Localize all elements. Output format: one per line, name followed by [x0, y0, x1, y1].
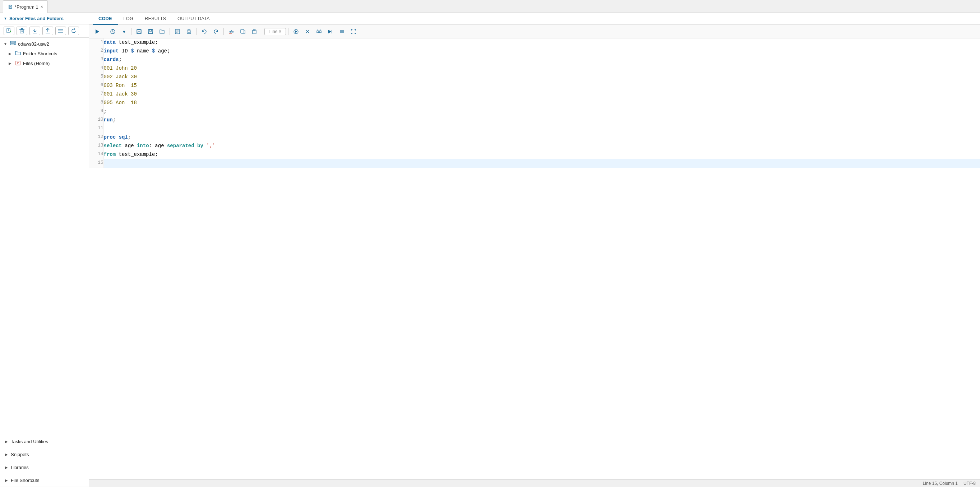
refresh-button[interactable]: [68, 27, 79, 35]
list-view-button[interactable]: [55, 27, 66, 35]
tab-icon: 🖹: [8, 4, 13, 10]
toolbar-sep-1: [105, 28, 105, 35]
step-button[interactable]: [325, 27, 336, 37]
run-selected-button[interactable]: [291, 27, 301, 37]
new-file-button[interactable]: [3, 27, 14, 35]
download-icon: [32, 28, 38, 34]
cursor-position: Line 15, Column 1: [923, 481, 958, 486]
folder-shortcuts-label: Folder Shortcuts: [23, 51, 57, 56]
line-number: 1: [89, 38, 103, 47]
line-number: 9: [89, 107, 103, 116]
svg-rect-29: [148, 29, 153, 34]
download-button[interactable]: [29, 27, 40, 35]
paste-button[interactable]: [249, 27, 260, 37]
upload-button[interactable]: [42, 27, 53, 35]
upload-icon: [45, 28, 51, 34]
line-content[interactable]: data test_example;: [103, 38, 980, 47]
line-number-input[interactable]: [264, 28, 286, 35]
sidebar-section-libraries[interactable]: ▶ Libraries: [0, 461, 89, 474]
svg-rect-43: [241, 29, 244, 33]
svg-rect-50: [317, 31, 319, 33]
tab-close-button[interactable]: ×: [41, 4, 43, 10]
delete-button[interactable]: [16, 27, 27, 35]
new-icon: [6, 28, 12, 34]
print-button[interactable]: [184, 27, 194, 37]
server-label: odaws02-usw2: [18, 41, 49, 47]
line-content[interactable]: from test_example;: [103, 151, 980, 159]
line-content[interactable]: select age into: age separated by ',': [103, 142, 980, 151]
run-button[interactable]: [92, 27, 103, 37]
file-shortcuts-arrow: ▶: [5, 478, 8, 482]
fullscreen-button[interactable]: [348, 27, 359, 37]
sidebar-header[interactable]: ▼ Server Files and Folders: [0, 13, 89, 24]
list-icon: [58, 28, 64, 34]
clear-log-button[interactable]: [172, 27, 183, 37]
code-line-13: 13select age into: age separated by ',': [89, 142, 980, 151]
line-content[interactable]: ;: [103, 107, 980, 116]
svg-rect-27: [138, 29, 140, 31]
svg-text:+: +: [151, 29, 152, 31]
line-content[interactable]: [103, 125, 980, 133]
svg-point-19: [14, 41, 15, 42]
save-as-button[interactable]: +: [145, 27, 156, 37]
line-number: 12: [89, 133, 103, 142]
sidebar-section-file-shortcuts[interactable]: ▶ File Shortcuts: [0, 474, 89, 487]
save-button[interactable]: [134, 27, 145, 37]
line-content[interactable]: proc sql;: [103, 133, 980, 142]
line-content[interactable]: 003 Ron 15: [103, 81, 980, 90]
line-content[interactable]: run;: [103, 116, 980, 125]
sidebar-bottom: ▶ Tasks and Utilities ▶ Snippets ▶ Libra…: [0, 435, 89, 487]
line-content[interactable]: 005 Aon 18: [103, 99, 980, 107]
code-table: 1data test_example;2input ID $ name $ ag…: [89, 38, 980, 168]
tab-log[interactable]: LOG: [118, 13, 139, 25]
code-line-7: 7001 Jack 30: [89, 90, 980, 99]
code-line-3: 3cards;: [89, 56, 980, 64]
sidebar-section-snippets[interactable]: ▶ Snippets: [0, 448, 89, 461]
tab-output-data[interactable]: OUTPUT DATA: [172, 13, 216, 25]
line-number: 14: [89, 151, 103, 159]
svg-rect-51: [319, 31, 321, 33]
tab-label: *Program 1: [15, 4, 38, 10]
tree-item-server[interactable]: ▼ odaws02-usw2: [0, 39, 89, 49]
folder-shortcuts-arrow: ▶: [9, 52, 13, 56]
undo-button[interactable]: [199, 27, 210, 37]
line-number: 10: [89, 116, 103, 125]
program-tab[interactable]: 🖹 *Program 1 ×: [3, 0, 48, 13]
tree-item-files-home[interactable]: ▶ Files (Home): [0, 59, 89, 68]
sidebar-section-tasks[interactable]: ▶ Tasks and Utilities: [0, 435, 89, 448]
toolbar-sep-5: [223, 28, 224, 35]
expand-button[interactable]: [337, 27, 347, 37]
line-content[interactable]: 001 Jack 30: [103, 90, 980, 99]
svg-rect-5: [20, 30, 24, 33]
format-button[interactable]: [313, 27, 325, 37]
spell-check-button[interactable]: abc: [226, 27, 237, 37]
tab-results[interactable]: RESULTS: [139, 13, 172, 25]
tab-code[interactable]: CODE: [93, 13, 118, 25]
tree-item-folder-shortcuts[interactable]: ▶ Folder Shortcuts: [0, 49, 89, 59]
stop-button[interactable]: [302, 27, 313, 37]
line-content[interactable]: 001 John 20: [103, 64, 980, 73]
open-button[interactable]: [157, 27, 167, 37]
code-line-15: 15: [89, 159, 980, 168]
code-line-2: 2input ID $ name $ age;: [89, 47, 980, 56]
files-home-icon: [15, 60, 21, 67]
line-content[interactable]: cards;: [103, 56, 980, 64]
svg-marker-47: [295, 30, 298, 33]
line-number: 11: [89, 125, 103, 133]
encoding: UTF-8: [964, 481, 976, 486]
refresh-icon: [71, 28, 76, 34]
line-content[interactable]: input ID $ name $ age;: [103, 47, 980, 56]
code-line-14: 14from test_example;: [89, 151, 980, 159]
toolbar-sep-2: [131, 28, 132, 35]
history-button[interactable]: [107, 27, 118, 37]
line-content[interactable]: 002 Jack 30: [103, 73, 980, 81]
copy-button[interactable]: [237, 27, 248, 37]
code-line-10: 10run;: [89, 116, 980, 125]
file-shortcuts-label: File Shortcuts: [11, 477, 39, 483]
svg-rect-7: [21, 29, 23, 29]
history-dropdown[interactable]: ▾: [119, 27, 129, 37]
line-number: 13: [89, 142, 103, 151]
redo-button[interactable]: [210, 27, 221, 37]
code-editor[interactable]: 1data test_example;2input ID $ name $ ag…: [89, 38, 980, 479]
line-content[interactable]: [103, 159, 980, 168]
